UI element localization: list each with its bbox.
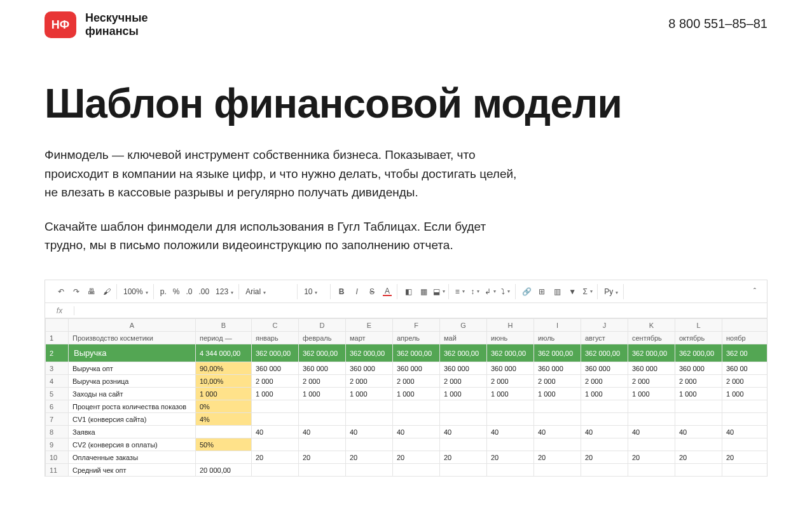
merge-cells-icon[interactable]: ⬓: [434, 287, 443, 296]
cell[interactable]: 360 000: [393, 362, 440, 375]
row-number[interactable]: 9: [46, 438, 69, 451]
cell[interactable]: [487, 400, 534, 413]
cell[interactable]: 360 000: [440, 362, 487, 375]
cell[interactable]: 20: [534, 451, 581, 464]
cell[interactable]: Средний чек опт: [69, 464, 196, 477]
cell[interactable]: 1 000: [628, 388, 675, 400]
cell[interactable]: 362 000,00: [628, 344, 675, 362]
cell[interactable]: март: [346, 332, 393, 344]
cell[interactable]: 40: [581, 426, 628, 438]
cell[interactable]: [722, 438, 768, 451]
redo-icon[interactable]: ↷: [72, 287, 81, 296]
cell[interactable]: Заходы на сайт: [69, 388, 196, 400]
cell[interactable]: [534, 464, 581, 477]
increase-decimal-button[interactable]: .00: [198, 287, 209, 296]
cell[interactable]: Процент роста количества показов: [69, 400, 196, 413]
cell[interactable]: 1 000: [440, 388, 487, 400]
percent-format-button[interactable]: %: [173, 287, 180, 296]
cell[interactable]: 1 000: [675, 388, 722, 400]
column-header[interactable]: G: [440, 319, 487, 332]
text-rotation-icon[interactable]: ⤵: [501, 287, 510, 296]
row-number[interactable]: 1: [46, 332, 69, 344]
cell[interactable]: октябрь: [675, 332, 722, 344]
cell[interactable]: 40: [299, 426, 346, 438]
cell[interactable]: Производство косметики: [69, 332, 196, 344]
cell[interactable]: период —: [196, 332, 252, 344]
cell[interactable]: 360 000: [346, 362, 393, 375]
row-number[interactable]: 10: [46, 451, 69, 464]
cell[interactable]: 1 000: [299, 388, 346, 400]
cell[interactable]: [299, 438, 346, 451]
cell[interactable]: [581, 464, 628, 477]
cell[interactable]: Оплаченные заказы: [69, 451, 196, 464]
print-icon[interactable]: 🖶: [87, 287, 96, 296]
cell[interactable]: [252, 413, 299, 426]
cell[interactable]: Выручка розница: [69, 375, 196, 388]
cell[interactable]: 360 000: [487, 362, 534, 375]
cell[interactable]: [299, 413, 346, 426]
decrease-decimal-button[interactable]: .0: [186, 287, 192, 296]
cell[interactable]: 40: [534, 426, 581, 438]
corner-cell[interactable]: [46, 319, 69, 332]
cell[interactable]: 4 344 000,00: [196, 344, 252, 362]
cell[interactable]: 360 000: [675, 362, 722, 375]
cell[interactable]: 2 000: [534, 375, 581, 388]
cell[interactable]: [487, 438, 534, 451]
cell[interactable]: [628, 413, 675, 426]
cell[interactable]: 360 000: [252, 362, 299, 375]
cell[interactable]: 360 000: [628, 362, 675, 375]
cell[interactable]: 40: [675, 426, 722, 438]
cell[interactable]: июнь: [487, 332, 534, 344]
text-wrap-icon[interactable]: ↲: [486, 287, 495, 296]
cell[interactable]: 1 000: [487, 388, 534, 400]
cell[interactable]: 362 000,00: [581, 344, 628, 362]
cell[interactable]: август: [581, 332, 628, 344]
cell[interactable]: 362 000,00: [393, 344, 440, 362]
cell[interactable]: [196, 451, 252, 464]
cell[interactable]: 2 000: [722, 375, 768, 388]
cell[interactable]: 40: [722, 426, 768, 438]
cell[interactable]: [534, 413, 581, 426]
cell[interactable]: [393, 464, 440, 477]
cell[interactable]: 2 000: [675, 375, 722, 388]
cell[interactable]: 40: [628, 426, 675, 438]
cell[interactable]: CV2 (конверсия в оплаты): [69, 438, 196, 451]
cell[interactable]: 1 000: [196, 388, 252, 400]
cell[interactable]: [440, 413, 487, 426]
column-header[interactable]: L: [675, 319, 722, 332]
vertical-align-icon[interactable]: ↕: [471, 287, 479, 296]
insert-comment-icon[interactable]: ⊞: [537, 287, 546, 296]
cell[interactable]: [346, 400, 393, 413]
cell[interactable]: 1 000: [252, 388, 299, 400]
cell[interactable]: Выручка опт: [69, 362, 196, 375]
currency-format-button[interactable]: р.: [160, 287, 167, 296]
paint-format-icon[interactable]: 🖌: [102, 287, 111, 296]
cell[interactable]: июль: [534, 332, 581, 344]
cell[interactable]: 20: [487, 451, 534, 464]
cell[interactable]: 40: [393, 426, 440, 438]
cell[interactable]: 362 000,00: [534, 344, 581, 362]
cell[interactable]: 362 000,00: [299, 344, 346, 362]
cell[interactable]: 1 000: [581, 388, 628, 400]
cell[interactable]: [581, 400, 628, 413]
cell[interactable]: [299, 464, 346, 477]
cell[interactable]: 1 000: [393, 388, 440, 400]
horizontal-align-icon[interactable]: ≡: [455, 287, 464, 296]
cell[interactable]: 20: [299, 451, 346, 464]
cell[interactable]: 20: [628, 451, 675, 464]
insert-chart-icon[interactable]: ▥: [553, 287, 561, 296]
filter-icon[interactable]: ▼: [568, 287, 577, 296]
cell[interactable]: [628, 438, 675, 451]
cell[interactable]: 2 000: [628, 375, 675, 388]
cell[interactable]: 1 000: [534, 388, 581, 400]
text-color-icon[interactable]: A: [383, 287, 392, 296]
language-dropdown[interactable]: Ру: [604, 287, 618, 296]
cell[interactable]: [196, 426, 252, 438]
cell[interactable]: [675, 413, 722, 426]
column-header[interactable]: B: [196, 319, 252, 332]
cell[interactable]: 4%: [196, 413, 252, 426]
column-header[interactable]: J: [581, 319, 628, 332]
column-header[interactable]: D: [299, 319, 346, 332]
cell[interactable]: 20: [252, 451, 299, 464]
cell[interactable]: сентябрь: [628, 332, 675, 344]
